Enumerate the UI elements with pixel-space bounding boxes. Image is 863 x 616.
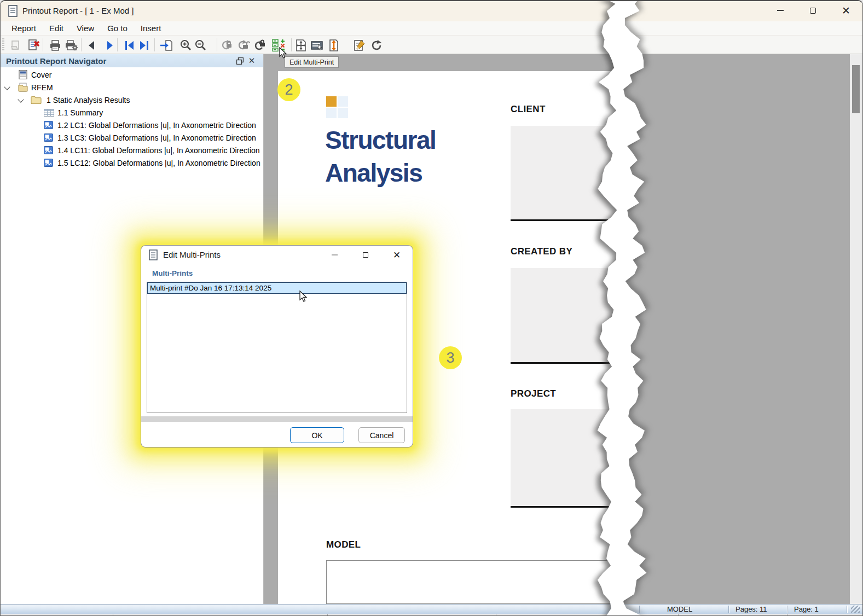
last-page-icon[interactable] (137, 38, 152, 53)
sync-lock-icon[interactable] (219, 38, 234, 53)
printout-report-window: Printout Report - [ 1 - Ex Mod ] ✕ Repor… (0, 0, 863, 616)
tree-item-cover[interactable]: Cover (1, 68, 263, 81)
sync-lock-alt-icon[interactable] (252, 38, 267, 53)
client-label: CLIENT (511, 104, 546, 115)
dialog-title: Edit Multi-Prints (163, 250, 221, 259)
close-panel-icon[interactable]: ✕ (247, 56, 257, 66)
menu-bar: Report Edit View Go to Insert (1, 21, 862, 35)
zoom-out-icon[interactable] (193, 38, 207, 53)
project-label: PROJECT (511, 388, 556, 399)
company-logo (326, 96, 348, 118)
navigator-tree: Cover RFEM 1 Static Analysis Results (1, 68, 263, 169)
model-field (326, 560, 624, 604)
client-field (511, 126, 625, 221)
dialog-separator (141, 416, 413, 422)
created-by-label: CREATED BY (511, 246, 572, 257)
menu-view[interactable]: View (70, 22, 101, 34)
selection-mode-icon[interactable] (310, 38, 325, 53)
vertical-scrollbar[interactable] (850, 54, 862, 604)
multi-prints-listbox[interactable]: Multi-print #Do Jan 16 17:13:14 2025 (147, 282, 407, 413)
status-pages: Pages: 11 (735, 605, 767, 613)
cover-title: Structural Analysis (325, 124, 436, 189)
window-title: Printout Report - [ 1 - Ex Mod ] (22, 6, 134, 15)
dialog-maximize-button[interactable] (357, 248, 374, 262)
edit-multi-prints-dialog: Edit Multi-Prints ✕ Multi-Prints Multi-p… (141, 246, 413, 447)
move-page-icon[interactable] (327, 38, 341, 53)
folder-icon (31, 96, 42, 104)
tree-item-lc1[interactable]: 1.2 LC1: Global Deformations |u|, In Axo… (1, 119, 263, 131)
minimize-button[interactable] (768, 1, 793, 20)
ok-button[interactable]: OK (290, 427, 344, 443)
bottom-edge-strip (1, 614, 862, 616)
dialog-minimize-button[interactable] (326, 248, 343, 262)
print-icon[interactable] (48, 38, 62, 53)
next-page-icon[interactable] (102, 38, 117, 53)
edit-page-icon[interactable] (352, 38, 367, 53)
tree-item-lc12[interactable]: 1.5 LC12: Global Deformations |u|, In Ax… (1, 156, 263, 169)
status-model: MODEL (667, 605, 692, 613)
step-badge-2: 2 (277, 78, 300, 101)
toolbar (1, 35, 862, 54)
tree-item-rfem[interactable]: RFEM (1, 81, 263, 94)
project-field (511, 409, 625, 508)
fit-page-icon[interactable] (294, 38, 308, 53)
graphic-image-icon (44, 159, 53, 167)
cancel-button[interactable]: Cancel (358, 427, 405, 443)
mouse-cursor (299, 290, 310, 303)
toolbar-grip (2, 38, 4, 51)
tree-item-lc3[interactable]: 1.3 LC3: Global Deformations |u|, In Axo… (1, 131, 263, 144)
created-by-field (511, 268, 625, 364)
model-label: MODEL (326, 539, 361, 550)
dialog-title-bar: Edit Multi-Prints ✕ (141, 246, 413, 264)
tree-item-summary[interactable]: 1.1 Summary (1, 106, 263, 119)
mouse-cursor (279, 47, 290, 59)
step-badge-3: 3 (439, 346, 462, 369)
status-bar: MODEL Pages: 11 Page: 1 (1, 604, 862, 614)
scrollbar-thumb[interactable] (852, 65, 860, 113)
graphic-image-icon (44, 121, 53, 129)
menu-edit[interactable]: Edit (43, 22, 70, 34)
rfem-model-icon (18, 83, 28, 92)
go-to-page-icon[interactable] (159, 38, 173, 53)
menu-report[interactable]: Report (5, 22, 43, 34)
print-settings-icon[interactable] (65, 38, 79, 53)
close-button[interactable]: ✕ (833, 1, 859, 20)
maximize-button[interactable] (800, 1, 825, 20)
dialog-document-icon (149, 249, 158, 261)
print-preview-icon[interactable] (9, 38, 23, 53)
tree-item-lc11[interactable]: 1.4 LC11: Global Deformations |u|, In Ax… (1, 144, 263, 156)
first-page-icon[interactable] (122, 38, 136, 53)
sync-unlock-icon[interactable] (236, 38, 250, 53)
edit-multi-print-tooltip: Edit Multi-Print (285, 56, 339, 68)
menu-insert[interactable]: Insert (134, 22, 168, 34)
chevron-down-icon[interactable] (4, 85, 10, 90)
navigator-header: Printout Report Navigator ✕ (1, 54, 263, 67)
resize-grip[interactable] (851, 606, 860, 613)
table-icon (44, 109, 54, 117)
graphic-image-icon (44, 133, 53, 142)
multi-prints-group-label: Multi-Prints (152, 269, 193, 277)
delete-report-icon[interactable] (27, 38, 41, 53)
menu-goto[interactable]: Go to (101, 22, 134, 34)
multi-print-list-item[interactable]: Multi-print #Do Jan 16 17:13:14 2025 (147, 282, 407, 294)
title-bar: Printout Report - [ 1 - Ex Mod ] ✕ (1, 1, 862, 21)
chevron-down-icon[interactable] (18, 97, 24, 103)
graphic-image-icon (44, 146, 53, 154)
float-panel-icon[interactable] (235, 56, 245, 66)
zoom-in-icon[interactable] (178, 38, 193, 53)
navigator-title: Printout Report Navigator (1, 56, 106, 66)
status-page: Page: 1 (794, 605, 819, 613)
cover-page-icon (19, 70, 28, 79)
refresh-icon[interactable] (369, 38, 384, 53)
previous-page-icon[interactable] (85, 38, 99, 53)
tree-item-static-analysis-results[interactable]: 1 Static Analysis Results (1, 94, 263, 106)
dialog-close-button[interactable]: ✕ (389, 248, 405, 262)
report-document-icon (8, 5, 19, 18)
